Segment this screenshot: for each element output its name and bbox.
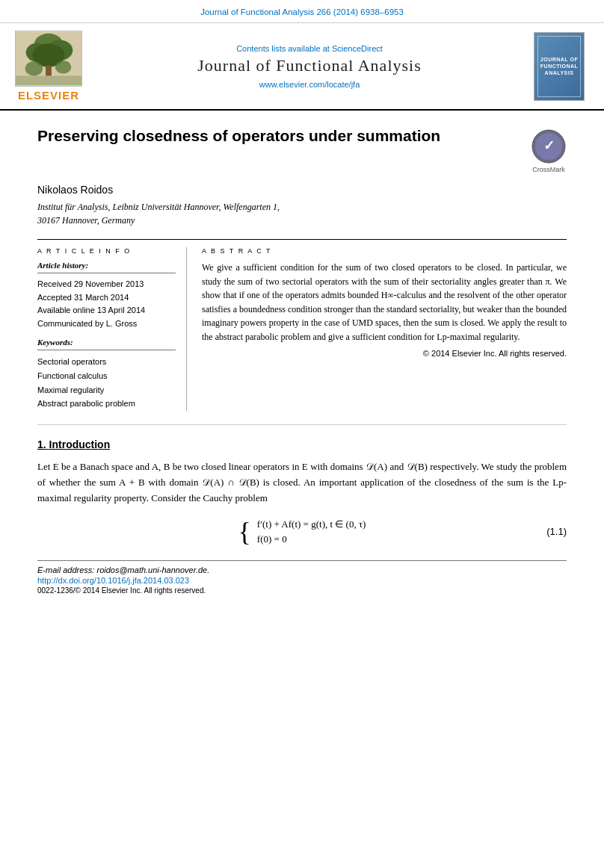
section-divider bbox=[37, 424, 567, 425]
footnote-email-line: E-mail address: roidos@math.uni-hannover… bbox=[37, 565, 567, 574]
journal-header-bar: Journal of Functional Analysis 266 (2014… bbox=[0, 0, 604, 23]
article-title-row: Preserving closedness of operators under… bbox=[37, 125, 567, 173]
keyword-1: Sectorial operators bbox=[37, 355, 176, 369]
footnote-doi[interactable]: http://dx.doi.org/10.1016/j.jfa.2014.03.… bbox=[37, 576, 567, 585]
crossmark-badge[interactable]: ✓ CrossMark bbox=[531, 128, 567, 173]
keyword-2: Functional calculus bbox=[37, 369, 176, 383]
journal-cover-image: JOURNAL OF FUNCTIONAL ANALYSIS bbox=[534, 32, 585, 101]
journal-reference-link[interactable]: Journal of Functional Analysis 266 (2014… bbox=[200, 7, 404, 16]
equation-1-1: { f′(t) + Af(t) = g(t), t ∈ (0, τ) f(0) … bbox=[37, 518, 567, 545]
communicated-by: Communicated by L. Gross bbox=[37, 317, 176, 331]
keywords-divider bbox=[37, 350, 176, 350]
keyword-4: Abstract parabolic problem bbox=[37, 397, 176, 411]
crossmark-label: CrossMark bbox=[532, 166, 565, 173]
left-brace: { bbox=[238, 518, 251, 545]
sciencedirect-link[interactable]: ScienceDirect bbox=[332, 44, 383, 53]
intro-paragraph-1: Let E be a Banach space and A, B be two … bbox=[37, 459, 567, 506]
svg-point-6 bbox=[25, 61, 43, 76]
history-divider bbox=[37, 273, 176, 273]
main-content: Preserving closedness of operators under… bbox=[0, 111, 604, 610]
cover-title-text: JOURNAL OF FUNCTIONAL ANALYSIS bbox=[540, 56, 578, 76]
journal-banner: ELSEVIER Contents lists available at Sci… bbox=[0, 23, 604, 111]
banner-center: Contents lists available at ScienceDirec… bbox=[99, 31, 520, 102]
article-info-abstract-section: A R T I C L E I N F O Article history: R… bbox=[37, 239, 567, 411]
footnote-rights: 0022-1236/© 2014 Elsevier Inc. All right… bbox=[37, 586, 567, 595]
abstract-label: A B S T R A C T bbox=[202, 247, 567, 255]
keyword-3: Maximal regularity bbox=[37, 383, 176, 397]
brace-container: { f′(t) + Af(t) = g(t), t ∈ (0, τ) f(0) … bbox=[238, 518, 366, 545]
elsevier-tree-image bbox=[15, 31, 82, 87]
author-name: Nikolaos Roidos bbox=[37, 184, 567, 196]
abstract-copyright: © 2014 Elsevier Inc. All rights reserved… bbox=[202, 349, 567, 358]
eq-line-2: f(0) = 0 bbox=[257, 533, 366, 545]
banner-right: JOURNAL OF FUNCTIONAL ANALYSIS bbox=[529, 31, 589, 102]
footnote-section: E-mail address: roidos@math.uni-hannover… bbox=[37, 560, 567, 595]
email-link[interactable]: roidos@math.uni-hannover.de bbox=[96, 565, 207, 574]
svg-text:✓: ✓ bbox=[543, 138, 555, 153]
svg-rect-5 bbox=[46, 66, 52, 76]
abstract-column: A B S T R A C T We give a sufficient con… bbox=[202, 247, 567, 411]
keywords-title: Keywords: bbox=[37, 338, 176, 347]
svg-point-7 bbox=[55, 61, 72, 74]
email-label: E-mail address: bbox=[37, 565, 94, 574]
svg-rect-8 bbox=[16, 75, 81, 85]
article-info-label: A R T I C L E I N F O bbox=[37, 247, 176, 255]
intro-heading: 1. Introduction bbox=[37, 438, 567, 450]
received-date: Received 29 November 2013 bbox=[37, 278, 176, 291]
eq-line-1: f′(t) + Af(t) = g(t), t ∈ (0, τ) bbox=[257, 518, 366, 530]
abstract-text: We give a sufficient condition for the s… bbox=[202, 261, 567, 344]
article-info-column: A R T I C L E I N F O Article history: R… bbox=[37, 247, 187, 411]
journal-url[interactable]: www.elsevier.com/locate/jfa bbox=[99, 80, 520, 89]
article-title: Preserving closedness of operators under… bbox=[37, 125, 440, 146]
article-history-title: Article history: bbox=[37, 261, 176, 270]
equation-number: (1.1) bbox=[546, 526, 567, 537]
available-date: Available online 13 April 2014 bbox=[37, 304, 176, 317]
elsevier-logo: ELSEVIER bbox=[7, 31, 90, 102]
journal-name-banner: Journal of Functional Analysis bbox=[99, 56, 520, 75]
equation-lines: f′(t) + Af(t) = g(t), t ∈ (0, τ) f(0) = … bbox=[257, 518, 366, 545]
contents-prefix: Contents lists available at bbox=[236, 44, 330, 53]
elsevier-wordmark: ELSEVIER bbox=[18, 89, 79, 102]
accepted-date: Accepted 31 March 2014 bbox=[37, 291, 176, 305]
affiliation: Institut für Analysis, Leibniz Universit… bbox=[37, 200, 567, 227]
introduction-section: 1. Introduction Let E be a Banach space … bbox=[37, 438, 567, 545]
keywords-section: Keywords: Sectorial operators Functional… bbox=[37, 338, 176, 411]
banner-left: ELSEVIER bbox=[7, 31, 90, 102]
contents-line: Contents lists available at ScienceDirec… bbox=[99, 44, 520, 53]
equation-content: { f′(t) + Af(t) = g(t), t ∈ (0, τ) f(0) … bbox=[238, 518, 366, 545]
